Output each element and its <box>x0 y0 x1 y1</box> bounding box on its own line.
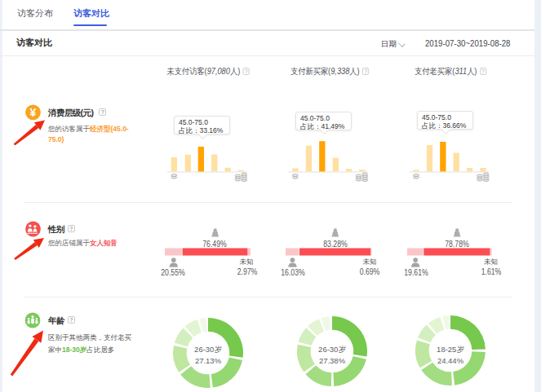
svg-text:¥: ¥ <box>30 106 37 119</box>
